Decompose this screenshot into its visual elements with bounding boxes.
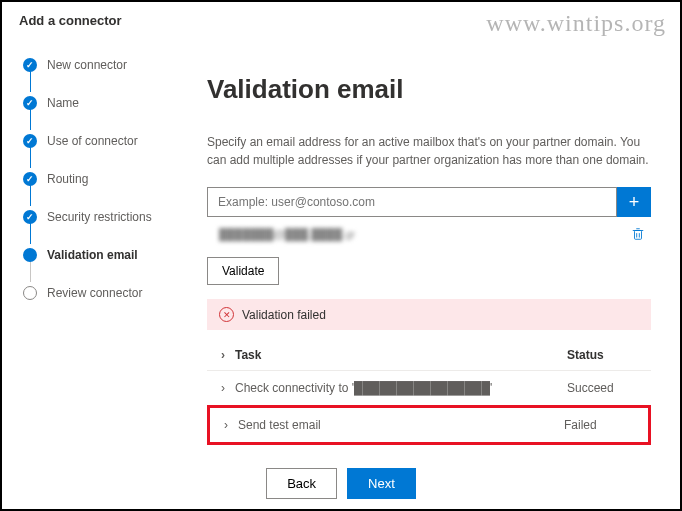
task-label: Send test email xyxy=(238,418,564,432)
check-icon xyxy=(23,134,37,148)
active-step-icon xyxy=(23,248,37,262)
task-row-connectivity[interactable]: › Check connectivity to '███████████████… xyxy=(207,371,651,406)
check-icon xyxy=(23,96,37,110)
error-icon: ✕ xyxy=(219,307,234,322)
task-label: Check connectivity to '████████████████' xyxy=(235,381,567,395)
chevron-right-icon[interactable]: › xyxy=(214,418,238,432)
step-validation-email[interactable]: Validation email xyxy=(23,248,183,262)
validation-alert: ✕ Validation failed xyxy=(207,299,651,330)
wizard-footer: Back Next xyxy=(2,468,680,499)
chevron-right-icon[interactable]: › xyxy=(211,381,235,395)
step-use-of-connector[interactable]: Use of connector xyxy=(23,134,183,148)
page-title: Validation email xyxy=(207,74,651,105)
step-name[interactable]: Name xyxy=(23,96,183,110)
main-content: Validation email Specify an email addres… xyxy=(183,38,679,463)
pending-step-icon xyxy=(23,286,37,300)
wizard-stepper: New connector Name Use of connector Rout… xyxy=(3,38,183,463)
svg-rect-0 xyxy=(635,231,642,240)
delete-icon[interactable] xyxy=(631,227,645,241)
back-button[interactable]: Back xyxy=(266,468,337,499)
check-icon xyxy=(23,172,37,186)
header-task: Task xyxy=(235,348,567,362)
check-icon xyxy=(23,210,37,224)
alert-text: Validation failed xyxy=(242,308,326,322)
task-status: Succeed xyxy=(567,381,647,395)
task-row-send-email[interactable]: › Send test email Failed xyxy=(210,408,648,442)
step-security-restrictions[interactable]: Security restrictions xyxy=(23,210,183,224)
page-description: Specify an email address for an active m… xyxy=(207,133,651,169)
wizard-panel: www.wintips.org Add a connector New conn… xyxy=(0,0,682,511)
added-email-row: ███████@███.████.gr xyxy=(207,223,651,245)
add-email-button[interactable]: + xyxy=(617,187,651,217)
next-button[interactable]: Next xyxy=(347,468,416,499)
chevron-right-icon[interactable]: › xyxy=(211,348,235,362)
task-status: Failed xyxy=(564,418,644,432)
email-field[interactable] xyxy=(207,187,617,217)
task-table-header: › Task Status xyxy=(207,340,651,371)
check-icon xyxy=(23,58,37,72)
header-status: Status xyxy=(567,348,647,362)
validate-button[interactable]: Validate xyxy=(207,257,279,285)
highlighted-failure-row: › Send test email Failed xyxy=(207,405,651,445)
plus-icon: + xyxy=(629,192,640,213)
step-new-connector[interactable]: New connector xyxy=(23,58,183,72)
email-input-row: + xyxy=(207,187,651,217)
step-review-connector: Review connector xyxy=(23,286,183,300)
added-email-text: ███████@███.████.gr xyxy=(219,228,355,240)
step-routing[interactable]: Routing xyxy=(23,172,183,186)
panel-header: Add a connector xyxy=(3,3,679,38)
content-container: New connector Name Use of connector Rout… xyxy=(3,38,679,463)
